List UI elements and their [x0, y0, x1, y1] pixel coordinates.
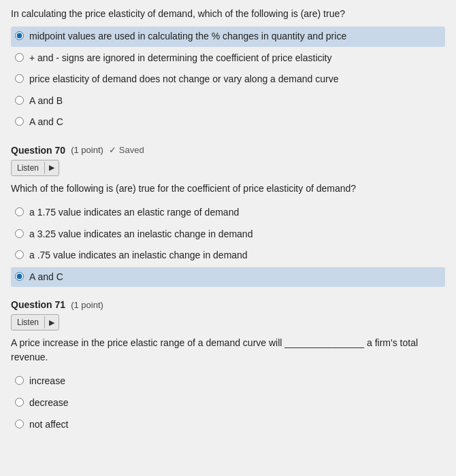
question-69-block: In calculating the price elasticity of d… — [11, 7, 445, 133]
option-q69c[interactable]: price elasticity of demand does not chan… — [11, 69, 445, 90]
option-q70a-label: a 1.75 value indicates an elastic range … — [29, 206, 239, 220]
question-70-text: Which of the following is (are) true for… — [11, 182, 445, 196]
option-q69e[interactable]: A and C — [11, 112, 445, 133]
radio-q71a[interactable] — [15, 376, 24, 385]
option-q70a[interactable]: a 1.75 value indicates an elastic range … — [11, 203, 445, 223]
option-q71a[interactable]: increase — [11, 371, 445, 392]
option-q70b[interactable]: a 3.25 value indicates an inelastic chan… — [11, 224, 445, 245]
radio-q71c[interactable] — [15, 420, 24, 428]
question-71-text-part1: A price increase in the price elastic ra… — [11, 337, 282, 348]
option-q69d[interactable]: A and B — [11, 91, 445, 112]
listen-button-q71[interactable]: Listen ▶ — [11, 314, 59, 330]
question-70-block: Question 70 (1 point) ✓ Saved Listen ▶ W… — [11, 145, 445, 287]
option-q70c-label: a .75 value indicates an inelastic chang… — [29, 249, 248, 262]
option-q71c[interactable]: not affect — [11, 415, 445, 435]
option-q69c-label: price elasticity of demand does not chan… — [29, 73, 339, 86]
option-q71a-label: increase — [29, 375, 65, 388]
saved-label: Saved — [119, 145, 144, 155]
option-q70d-label: A and C — [29, 271, 63, 284]
option-q70c[interactable]: a .75 value indicates an inelastic chang… — [11, 245, 445, 266]
listen-label-q71[interactable]: Listen — [12, 316, 45, 328]
option-q69b[interactable]: + and - signs are ignored in determining… — [11, 48, 445, 69]
question-70-points: (1 point) — [71, 145, 103, 155]
option-q69a-label: midpoint values are used in calculating … — [29, 30, 346, 44]
question-71-block: Question 71 (1 point) Listen ▶ A price i… — [11, 299, 445, 435]
question-71-header: Question 71 (1 point) — [11, 299, 445, 310]
saved-check-icon: ✓ — [109, 145, 116, 155]
option-q70b-label: a 3.25 value indicates an inelastic chan… — [29, 228, 253, 241]
radio-q69d[interactable] — [15, 96, 24, 105]
play-button-q71[interactable]: ▶ — [45, 317, 59, 328]
option-q69d-label: A and B — [29, 95, 63, 108]
option-q69e-label: A and C — [29, 116, 63, 129]
question-71-number: Question 71 — [11, 299, 65, 310]
saved-badge: ✓ Saved — [109, 145, 144, 155]
play-button-q70[interactable]: ▶ — [45, 162, 59, 173]
option-q71b-label: decrease — [29, 396, 69, 410]
option-q69b-label: + and - signs are ignored in determining… — [29, 52, 332, 65]
question-71-blank: _______________ — [284, 337, 367, 348]
question-71-points: (1 point) — [71, 300, 103, 310]
question-69-text: In calculating the price elasticity of d… — [11, 7, 445, 21]
radio-q69e[interactable] — [15, 117, 24, 126]
question-70-number: Question 70 — [11, 145, 65, 156]
radio-q69b[interactable] — [15, 53, 24, 62]
radio-q70c[interactable] — [15, 250, 24, 259]
question-70-header: Question 70 (1 point) ✓ Saved — [11, 145, 445, 156]
listen-label-q70[interactable]: Listen — [12, 162, 45, 174]
question-71-text: A price increase in the price elastic ra… — [11, 336, 445, 364]
listen-button-q70[interactable]: Listen ▶ — [11, 160, 59, 176]
option-q71b[interactable]: decrease — [11, 393, 445, 413]
radio-q69a[interactable] — [15, 31, 24, 40]
option-q69a[interactable]: midpoint values are used in calculating … — [11, 27, 445, 47]
radio-q70a[interactable] — [15, 207, 24, 216]
radio-q69c[interactable] — [15, 74, 24, 83]
option-q71c-label: not affect — [29, 418, 68, 432]
radio-q70d[interactable] — [15, 272, 24, 281]
radio-q70b[interactable] — [15, 229, 24, 238]
option-q70d[interactable]: A and C — [11, 267, 445, 288]
radio-q71b[interactable] — [15, 398, 24, 407]
